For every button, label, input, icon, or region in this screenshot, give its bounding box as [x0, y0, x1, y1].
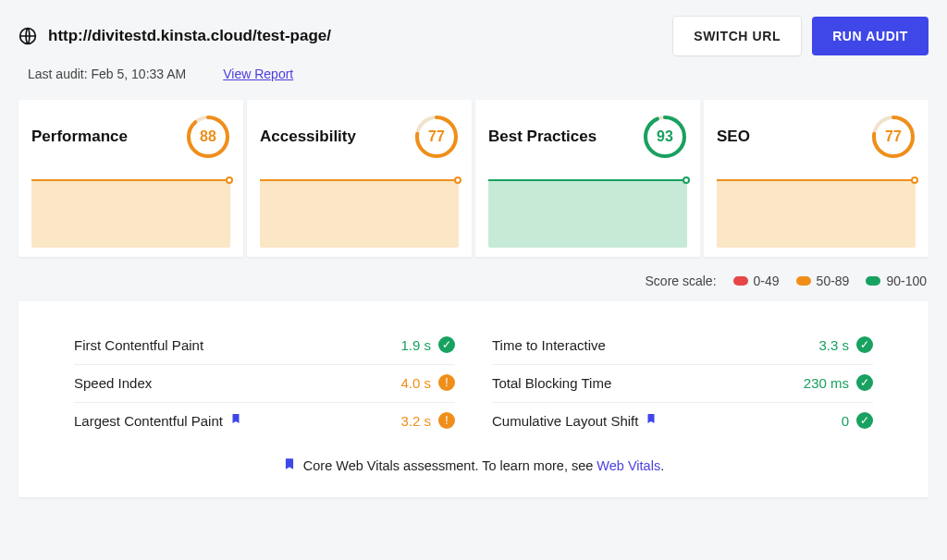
score-card-best-practices[interactable]: Best Practices 93: [475, 100, 700, 257]
metric-total-blocking-time: Total Blocking Time 230 ms ✓: [492, 365, 873, 403]
trend-sparkline: [717, 179, 916, 248]
metric-speed-index: Speed Index 4.0 s !: [74, 365, 455, 403]
scale-orange: 50-89: [796, 274, 850, 288]
trend-sparkline: [488, 179, 687, 248]
audit-url: http://divitestd.kinsta.cloud/test-page/: [48, 27, 662, 45]
check-icon: ✓: [856, 336, 873, 353]
score-gauge: 93: [643, 115, 687, 159]
metric-label: First Contentful Paint: [74, 337, 203, 353]
warn-icon: !: [438, 412, 455, 429]
score-scale-label: Score scale:: [646, 274, 717, 288]
bookmark-icon: [230, 412, 241, 429]
metric-first-contentful-paint: First Contentful Paint 1.9 s ✓: [74, 327, 455, 365]
metric-label: Largest Contentful Paint: [74, 412, 241, 429]
score-card-seo[interactable]: SEO 77: [704, 100, 929, 257]
view-report-link[interactable]: View Report: [223, 67, 293, 81]
trend-sparkline: [260, 179, 459, 248]
card-title: Performance: [31, 128, 128, 146]
scale-green: 90-100: [866, 274, 927, 288]
metric-value: 4.0 s !: [400, 374, 455, 391]
metric-label: Cumulative Layout Shift: [492, 412, 657, 429]
switch-url-button[interactable]: SWITCH URL: [673, 17, 801, 55]
card-title: SEO: [717, 128, 750, 146]
run-audit-button[interactable]: RUN AUDIT: [812, 17, 929, 55]
score-gauge: 77: [414, 115, 459, 159]
metric-value: 3.2 s !: [400, 412, 455, 429]
trend-sparkline: [31, 179, 230, 248]
metric-value: 0 ✓: [842, 412, 873, 429]
metric-time-to-interactive: Time to Interactive 3.3 s ✓: [492, 327, 873, 365]
metric-value: 1.9 s ✓: [400, 336, 455, 353]
metric-label: Time to Interactive: [492, 337, 606, 353]
check-icon: ✓: [438, 336, 455, 353]
metric-value: 3.3 s ✓: [818, 336, 873, 353]
metric-label: Total Blocking Time: [492, 375, 611, 391]
last-audit-text: Last audit: Feb 5, 10:33 AM: [28, 67, 186, 81]
score-card-performance[interactable]: Performance 88: [18, 100, 243, 257]
warn-icon: !: [438, 374, 455, 391]
core-web-vitals-note: Core Web Vitals assessment. To learn mor…: [74, 440, 873, 475]
scale-red: 0-49: [733, 274, 780, 288]
check-icon: ✓: [856, 412, 873, 429]
bookmark-icon: [283, 457, 296, 475]
metrics-panel: First Contentful Paint 1.9 s ✓ Time to I…: [18, 301, 929, 497]
check-icon: ✓: [856, 374, 873, 391]
card-title: Accessibility: [260, 128, 356, 146]
metric-value: 230 ms ✓: [804, 374, 873, 391]
metric-cumulative-layout-shift: Cumulative Layout Shift 0 ✓: [492, 403, 873, 440]
card-title: Best Practices: [488, 128, 596, 146]
score-gauge: 77: [871, 115, 916, 159]
globe-icon: [18, 27, 37, 45]
web-vitals-link[interactable]: Web Vitals: [596, 458, 660, 473]
score-card-accessibility[interactable]: Accessibility 77: [247, 100, 472, 257]
score-gauge: 88: [186, 115, 230, 159]
metric-label: Speed Index: [74, 375, 152, 391]
metric-largest-contentful-paint: Largest Contentful Paint 3.2 s !: [74, 403, 455, 440]
bookmark-icon: [646, 412, 657, 429]
